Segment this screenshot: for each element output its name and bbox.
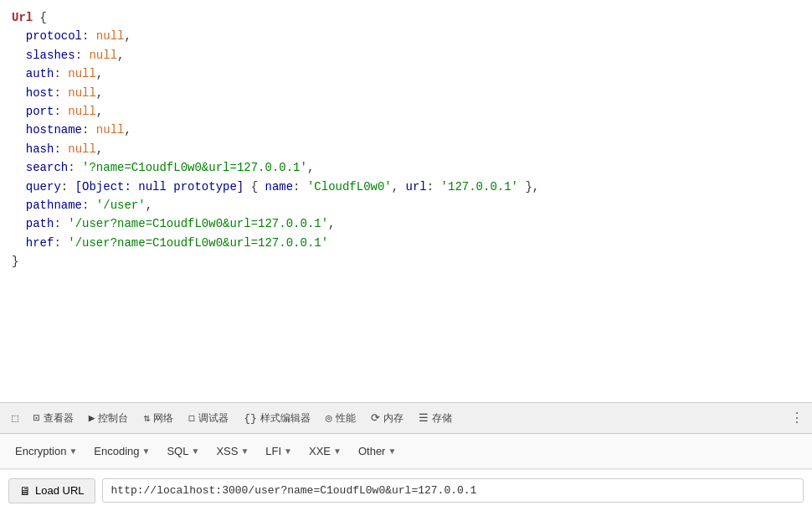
code-line: port: null,	[12, 102, 800, 121]
url-input[interactable]	[102, 478, 804, 503]
load-url-label: Load URL	[35, 484, 85, 497]
xxe-label: XXE	[309, 445, 331, 457]
xss-label: XSS	[216, 445, 238, 457]
viewer-icon: ⊡	[33, 411, 40, 425]
lfi-arrow-icon: ▼	[284, 446, 292, 456]
code-line: host: null,	[12, 84, 800, 102]
code-line: auth: null,	[12, 65, 800, 83]
menu-xxe[interactable]: XXE▼	[302, 441, 348, 461]
menu-other[interactable]: Other▼	[352, 441, 403, 461]
devtools-style[interactable]: {}样式编辑器	[237, 408, 317, 429]
style-label: 样式编辑器	[260, 411, 311, 426]
code-line: path: '/user?name=C1oudfL0w0&url=127.0.0…	[12, 214, 800, 233]
code-line: search: '?name=C1oudfL0w0&url=127.0.0.1'…	[12, 158, 800, 177]
code-line: protocol: null,	[12, 27, 800, 45]
console-icon: ▶	[89, 411, 95, 425]
devtools-viewer[interactable]: ⊡查看器	[27, 408, 80, 429]
menu-lfi[interactable]: LFI▼	[259, 441, 299, 461]
code-line: hash: null,	[12, 140, 800, 158]
encryption-arrow-icon: ▼	[69, 446, 77, 456]
other-label: Other	[358, 445, 386, 457]
devtools-perf[interactable]: ◎性能	[319, 408, 362, 429]
memory-icon: ⟳	[371, 411, 380, 425]
menu-encoding[interactable]: Encoding▼	[87, 441, 157, 461]
encoding-arrow-icon: ▼	[142, 446, 151, 456]
code-line: pathname: '/user',	[12, 196, 800, 214]
code-display: Url { protocol: null, slashes: null, aut…	[0, 0, 812, 402]
xss-arrow-icon: ▼	[240, 446, 249, 456]
perf-icon: ◎	[326, 411, 332, 425]
devtools-bar: ⬚⊡查看器▶控制台⇅网络◻调试器{}样式编辑器◎性能⟳内存☰存储⋮	[0, 402, 812, 434]
perf-label: 性能	[336, 411, 356, 426]
code-line: Url {	[12, 8, 800, 27]
debugger-icon: ◻	[188, 411, 195, 425]
menu-toolbar: Encryption▼Encoding▼SQL▼XSS▼LFI▼XXE▼Othe…	[0, 434, 812, 469]
debugger-label: 调试器	[198, 411, 229, 426]
code-line: query: [Object: null prototype] { name: …	[12, 178, 800, 196]
lfi-label: LFI	[265, 445, 281, 457]
code-line: href: '/user?name=C1oudfL0w0&url=127.0.0…	[12, 234, 800, 252]
storage-icon: ☰	[419, 411, 429, 425]
load-url-icon: 🖥	[19, 484, 31, 498]
load-url-button[interactable]: 🖥 Load URL	[8, 478, 95, 503]
devtools-network[interactable]: ⇅网络	[136, 408, 180, 429]
menu-encryption[interactable]: Encryption▼	[8, 441, 84, 461]
console-label: 控制台	[98, 411, 128, 426]
memory-label: 内存	[383, 411, 403, 426]
code-line: slashes: null,	[12, 46, 800, 65]
other-arrow-icon: ▼	[388, 446, 396, 456]
menu-sql[interactable]: SQL▼	[160, 441, 206, 461]
devtools-inspect[interactable]: ⬚	[5, 408, 25, 428]
code-line: hostname: null,	[12, 121, 800, 139]
devtools-console[interactable]: ▶控制台	[82, 408, 136, 429]
storage-label: 存储	[432, 411, 452, 426]
devtools-memory[interactable]: ⟳内存	[364, 408, 410, 429]
sql-arrow-icon: ▼	[191, 446, 199, 456]
network-icon: ⇅	[143, 411, 150, 425]
viewer-label: 查看器	[44, 411, 74, 426]
sql-label: SQL	[167, 445, 188, 457]
network-label: 网络	[153, 411, 173, 426]
devtools-debugger[interactable]: ◻调试器	[182, 408, 235, 429]
devtools-storage[interactable]: ☰存储	[412, 408, 459, 429]
style-icon: {}	[244, 412, 257, 425]
devtools-more-button[interactable]: ⋮	[787, 410, 807, 426]
code-line: }	[12, 252, 800, 271]
menu-xss[interactable]: XSS▼	[209, 441, 255, 461]
url-bar: 🖥 Load URL	[0, 469, 812, 511]
inspect-icon: ⬚	[12, 411, 18, 425]
encoding-label: Encoding	[94, 445, 139, 457]
xxe-arrow-icon: ▼	[333, 446, 342, 456]
encryption-label: Encryption	[15, 445, 66, 457]
